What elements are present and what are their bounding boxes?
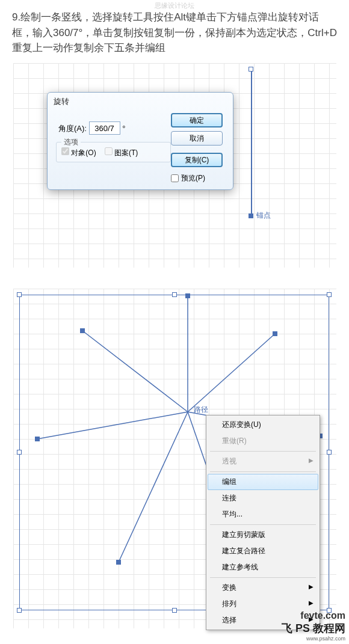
bbox-handle[interactable] [327,450,332,455]
rotate-dialog[interactable]: 旋转 角度(A): ° 选项 对象(O) 图案(T) 确定 取消 复制(C) 预… [47,92,233,190]
path-handle[interactable] [273,331,277,336]
angle-input[interactable] [89,121,120,135]
path-handle[interactable] [116,560,121,565]
ctx-join[interactable]: 连接 [208,490,318,506]
ctx-separator [210,524,316,525]
bbox-handle[interactable] [17,292,22,297]
watermark-top: 思缘设计论坛 [0,1,349,10]
path-handle[interactable] [35,437,40,441]
svg-line-5 [37,412,188,439]
dialog-title: 旋转 [48,93,233,111]
angle-label: 角度(A): [58,124,87,133]
degree-symbol: ° [122,124,125,133]
ctx-separator [210,577,316,578]
ctx-redo: 重做(R) [208,433,318,449]
svg-line-6 [82,331,188,412]
bbox-handle[interactable] [17,608,22,613]
watermark-bottom: fevte.com 飞 PS 教程网 www.psahz.com [282,610,345,642]
path-handle-top[interactable] [249,67,253,72]
vertical-line[interactable] [251,68,252,215]
ctx-separator [210,451,316,452]
checkbox-pattern[interactable]: 图案(T) [105,147,138,158]
options-group: 选项 对象(O) 图案(T) [56,142,171,162]
svg-line-4 [119,412,188,562]
chevron-right-icon: ▶ [309,583,313,590]
anchor-label: 锚点 [256,210,271,221]
bbox-handle[interactable] [172,292,177,297]
ctx-transform[interactable]: 变换▶ [208,580,318,596]
cancel-button[interactable]: 取消 [171,131,223,146]
step-instructions: 9.绘制一条竖线，选择旋转工具按住Alt键单击下方锚点弹出旋转对话框，输入360… [12,10,337,56]
path-handle[interactable] [185,293,190,298]
ctx-undo[interactable]: 还原变换(U) [208,417,318,433]
ctx-separator [210,471,316,472]
ok-button[interactable]: 确定 [171,113,223,127]
ctx-guides[interactable]: 建立参考线 [208,559,318,575]
path-handle[interactable] [80,328,85,333]
ctx-arrange[interactable]: 排列▶ [208,596,318,612]
chevron-right-icon: ▶ [309,457,313,464]
ctx-clipmask[interactable]: 建立剪切蒙版 [208,527,318,543]
checkbox-object[interactable]: 对象(O) [61,147,96,158]
ctx-group[interactable]: 编组 [208,474,318,490]
ctx-compound[interactable]: 建立复合路径 [208,543,318,559]
anchor-point[interactable] [249,213,253,218]
canvas-area-2[interactable]: 路径 还原变换(U) 重做(R) 透视▶ 编组 连接 平均... 建立剪切蒙版 … [13,289,336,628]
ctx-average[interactable]: 平均... [208,506,318,523]
svg-line-1 [188,334,275,412]
bbox-handle[interactable] [172,608,177,613]
bbox-handle[interactable] [17,450,22,455]
options-legend: 选项 [61,137,81,147]
preview-checkbox[interactable]: 预览(P) [171,173,228,183]
copy-button[interactable]: 复制(C) [171,153,223,167]
chevron-right-icon: ▶ [309,600,313,606]
path-label: 路径 [194,405,208,415]
bbox-handle[interactable] [327,292,332,297]
context-menu[interactable]: 还原变换(U) 重做(R) 透视▶ 编组 连接 平均... 建立剪切蒙版 建立复… [206,415,320,630]
ctx-perspective: 透视▶ [208,453,318,470]
